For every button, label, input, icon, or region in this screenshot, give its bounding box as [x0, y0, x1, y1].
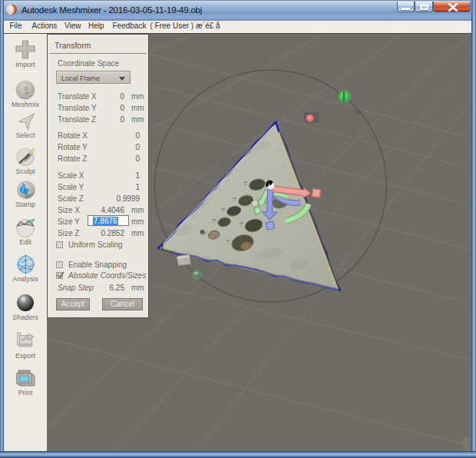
- svg-text:W: W: [355, 108, 362, 116]
